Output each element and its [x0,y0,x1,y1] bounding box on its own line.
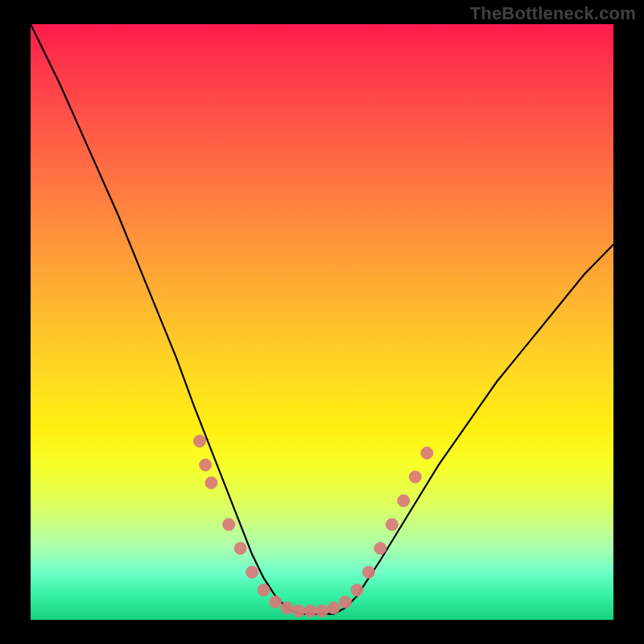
data-marker [293,605,305,617]
data-marker [246,566,258,578]
data-marker [258,584,270,597]
data-marker [386,518,398,530]
bottleneck-curve [31,24,613,614]
data-marker [270,596,282,608]
data-marker [223,518,235,530]
curve-group [31,24,613,614]
data-marker [281,602,293,614]
data-marker [200,459,212,471]
data-marker [193,436,205,448]
data-marker [304,605,316,617]
data-marker [316,605,328,617]
data-marker [339,596,351,608]
plot-area [31,24,613,620]
data-marker [374,543,386,555]
data-marker [362,566,374,578]
data-marker [328,602,340,614]
data-marker [351,584,363,597]
data-marker [234,543,246,555]
data-marker [409,471,421,483]
marker-group [193,436,432,617]
data-marker [398,495,410,507]
chart-frame: TheBottleneck.com [0,0,644,644]
data-marker [205,477,217,489]
chart-svg [31,24,613,620]
data-marker [421,447,433,459]
watermark-text: TheBottleneck.com [470,3,636,24]
